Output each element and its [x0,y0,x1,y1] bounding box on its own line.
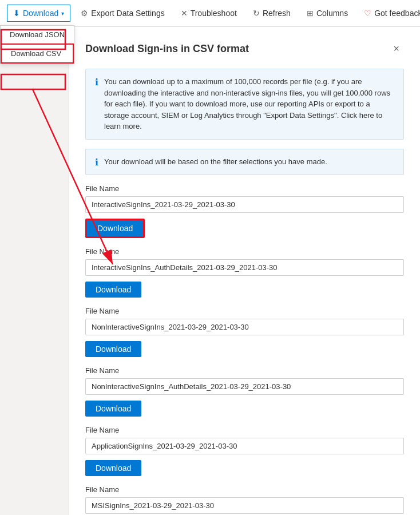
export-data-settings-button[interactable]: ⚙ Export Data Settings [75,5,170,21]
file-input-5[interactable] [85,497,404,514]
troubleshoot-label: Troubleshoot [191,9,237,18]
refresh-button[interactable]: ↻ Refresh [247,5,296,21]
file-label-2: File Name [85,307,404,315]
download-file-button-4[interactable]: Download [85,460,141,476]
troubleshoot-button[interactable]: ✕ Troubleshoot [175,5,243,21]
file-section-2: File NameDownload [85,307,404,357]
refresh-icon: ↻ [253,9,260,18]
file-section-0: File NameDownload [85,184,404,238]
download-label: Download [23,9,58,18]
info-icon-1: ℹ [95,77,98,88]
modal-panel: Download Sign-ins in CSV format × ℹ You … [69,27,420,515]
dropdown-menu: Download JSON Download CSV [0,25,74,64]
file-label-1: File Name [85,247,404,256]
file-section-3: File NameDownload [85,366,404,417]
dropdown-item-json[interactable]: Download JSON [1,26,74,43]
file-label-3: File Name [85,366,404,375]
svg-rect-1 [1,74,65,89]
file-input-0[interactable] [85,196,404,213]
file-sections-container: File NameDownloadFile NameDownloadFile N… [85,184,404,516]
modal-close-button[interactable]: × [389,41,404,57]
columns-icon: ⊞ [307,9,314,18]
gear-icon: ⚙ [81,9,88,18]
modal-header: Download Sign-ins in CSV format × [85,41,404,57]
file-input-1[interactable] [85,259,404,276]
dropdown-item-csv[interactable]: Download CSV [1,43,74,64]
file-label-4: File Name [85,426,404,434]
toolbar: ⬇ Download ▾ Download JSON Download CSV … [0,0,420,27]
file-section-5: File NameDownload [85,485,404,516]
file-label-0: File Name [85,184,404,193]
info-icon-2: ℹ [95,157,98,168]
info-text-1: You can download up to a maximum of 100,… [104,76,394,132]
file-input-4[interactable] [85,438,404,454]
download-icon: ⬇ [13,9,20,18]
feedback-label: Got feedback? [374,9,420,18]
download-file-button-2[interactable]: Download [85,341,141,357]
wrench-icon: ✕ [181,9,188,18]
file-input-3[interactable] [85,378,404,395]
refresh-label: Refresh [263,9,291,18]
feedback-button[interactable]: ♡ Got feedback? [358,5,420,21]
columns-label: Columns [316,9,348,18]
info-box-1: ℹ You can download up to a maximum of 10… [85,69,404,140]
main-content: Download Sign-ins in CSV format × ℹ You … [0,27,420,515]
download-file-button-1[interactable]: Download [85,282,141,298]
download-toolbar-button[interactable]: ⬇ Download ▾ [7,5,70,22]
download-dropdown: Download JSON Download CSV [0,25,74,64]
columns-button[interactable]: ⊞ Columns [301,5,354,21]
download-file-button-0[interactable]: Download [85,219,145,238]
file-section-1: File NameDownload [85,247,404,298]
download-file-button-3[interactable]: Download [85,401,141,417]
file-input-2[interactable] [85,319,404,335]
export-label: Export Data Settings [91,9,164,18]
chevron-down-icon: ▾ [61,10,64,17]
file-label-5: File Name [85,485,404,494]
file-section-4: File NameDownload [85,426,404,476]
info-box-2: ℹ Your download will be based on the fil… [85,149,404,175]
modal-title: Download Sign-ins in CSV format [85,43,249,55]
info-text-2: Your download will be based on the filte… [104,156,327,168]
heart-icon: ♡ [364,9,371,18]
